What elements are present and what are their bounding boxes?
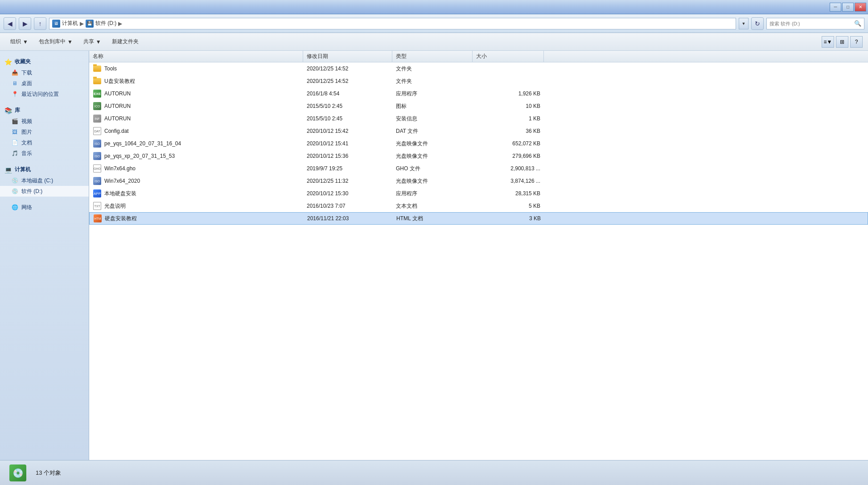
file-name: 光盘说明 xyxy=(104,202,126,210)
view-button[interactable]: ≡ ▼ xyxy=(822,36,834,48)
address-path[interactable]: 🖥 计算机 ▶ 💾 软件 (D:) ▶ xyxy=(49,18,736,29)
music-label: 音乐 xyxy=(21,150,32,157)
organize-button[interactable]: 组织 ▼ xyxy=(5,35,33,49)
address-dropdown[interactable]: ▼ xyxy=(739,18,749,29)
maximize-button[interactable]: □ xyxy=(842,3,854,12)
new-folder-button[interactable]: 新建文件夹 xyxy=(107,35,144,49)
view-icon: ≡ xyxy=(824,39,827,45)
file-date-cell: 2020/10/12 15:41 xyxy=(303,140,392,147)
ico-icon: ICO xyxy=(93,102,102,111)
layout-button[interactable]: ⊞ xyxy=(836,36,848,48)
organize-arrow: ▼ xyxy=(23,39,28,45)
sidebar-item-network[interactable]: 🌐 网络 xyxy=(0,202,89,213)
favorites-header[interactable]: ⭐ 收藏夹 xyxy=(0,56,89,67)
video-label: 视频 xyxy=(21,118,32,125)
window-controls: ─ □ ✕ xyxy=(830,3,866,12)
file-area: 名称 修改日期 类型 大小 Tools 2020/12/25 14:52 文件夹… xyxy=(89,51,868,460)
file-size-cell: 10 KB xyxy=(473,103,544,109)
table-row[interactable]: EXE AUTORUN 2016/1/8 4:54 应用程序 1,926 KB xyxy=(89,87,868,100)
search-icon[interactable]: 🔍 xyxy=(854,20,861,27)
table-row[interactable]: GHO Win7x64.gho 2019/9/7 19:25 GHO 文件 2,… xyxy=(89,162,868,175)
file-name: AUTORUN xyxy=(104,103,131,109)
table-row[interactable]: ISO Win7x64_2020 2020/12/25 11:32 光盘映像文件… xyxy=(89,175,868,187)
favorites-star-icon: ⭐ xyxy=(4,58,12,66)
search-input[interactable] xyxy=(769,21,852,26)
file-size-cell: 652,072 KB xyxy=(473,140,544,147)
sidebar-item-doc[interactable]: 📄 文档 xyxy=(0,137,89,148)
path-sep-2: ▶ xyxy=(118,21,122,27)
music-icon: 🎵 xyxy=(11,149,19,157)
app-icon: APP xyxy=(93,189,102,198)
computer-section: 💻 计算机 💿 本地磁盘 (C:) 💿 软件 (D:) xyxy=(0,162,89,198)
file-name-cell: Tools xyxy=(89,64,303,73)
col-header-date[interactable]: 修改日期 xyxy=(303,51,392,62)
file-date-cell: 2020/10/12 15:30 xyxy=(303,190,392,197)
file-date-cell: 2016/10/23 7:07 xyxy=(303,203,392,209)
gho-icon: GHO xyxy=(93,164,102,173)
minimize-button[interactable]: ─ xyxy=(830,3,841,12)
search-box[interactable]: 🔍 xyxy=(766,18,864,29)
file-type-cell: 光盘映像文件 xyxy=(392,140,473,148)
file-size-cell: 28,315 KB xyxy=(473,190,544,197)
view-arrow: ▼ xyxy=(827,39,832,45)
file-date-cell: 2019/9/7 19:25 xyxy=(303,165,392,172)
table-row[interactable]: DAT Config.dat 2020/10/12 15:42 DAT 文件 3… xyxy=(89,125,868,137)
library-header[interactable]: 📚 库 xyxy=(0,105,89,116)
video-icon: 🎬 xyxy=(11,117,19,125)
file-type-cell: 图标 xyxy=(392,103,473,110)
sidebar-item-download[interactable]: 📥 下载 xyxy=(0,67,89,78)
table-row[interactable]: INF AUTORUN 2015/5/10 2:45 安装信息 1 KB xyxy=(89,112,868,125)
sidebar-item-disk-c[interactable]: 💿 本地磁盘 (C:) xyxy=(0,175,89,186)
path-sep-1: ▶ xyxy=(80,21,84,27)
computer-header[interactable]: 💻 计算机 xyxy=(0,164,89,175)
file-name: pe_yqs_xp_20_07_31_15_53 xyxy=(104,153,175,159)
sidebar-item-image[interactable]: 🖼 图片 xyxy=(0,127,89,137)
favorites-label: 收藏夹 xyxy=(15,58,31,66)
share-label: 共享 xyxy=(83,38,94,45)
share-button[interactable]: 共享 ▼ xyxy=(78,35,106,49)
sidebar-item-video[interactable]: 🎬 视频 xyxy=(0,116,89,127)
sidebar-item-desktop[interactable]: 🖥 桌面 xyxy=(0,78,89,89)
col-header-type[interactable]: 类型 xyxy=(392,51,473,62)
file-type-cell: GHO 文件 xyxy=(392,165,473,173)
help-button[interactable]: ? xyxy=(850,36,863,48)
table-row[interactable]: ICO AUTORUN 2015/5/10 2:45 图标 10 KB xyxy=(89,100,868,112)
sidebar-item-disk-d[interactable]: 💿 软件 (D:) xyxy=(0,186,89,197)
table-row[interactable]: Tools 2020/12/25 14:52 文件夹 xyxy=(89,62,868,75)
forward-button[interactable]: ▶ xyxy=(19,17,31,30)
network-icon: 🌐 xyxy=(11,203,19,211)
desktop-label: 桌面 xyxy=(21,80,32,87)
table-row[interactable]: ISO pe_yqs_1064_20_07_31_16_04 2020/10/1… xyxy=(89,137,868,150)
include-library-button[interactable]: 包含到库中 ▼ xyxy=(34,35,78,49)
table-row[interactable]: APP 本地硬盘安装 2020/10/12 15:30 应用程序 28,315 … xyxy=(89,187,868,200)
status-icon: 💿 xyxy=(7,462,29,484)
file-name-cell: DAT Config.dat xyxy=(89,127,303,136)
iso-icon: ISO xyxy=(93,139,102,148)
table-row[interactable]: U盘安装教程 2020/12/25 14:52 文件夹 xyxy=(89,75,868,87)
file-name: AUTORUN xyxy=(104,115,131,122)
file-date-cell: 2016/1/8 4:54 xyxy=(303,90,392,97)
file-type-cell: 安装信息 xyxy=(392,115,473,123)
file-type-cell: 应用程序 xyxy=(392,190,473,197)
download-icon: 📥 xyxy=(11,69,19,77)
library-icon: 📚 xyxy=(4,107,12,114)
sidebar-item-music[interactable]: 🎵 音乐 xyxy=(0,148,89,159)
sidebar-item-recent[interactable]: 📍 最近访问的位置 xyxy=(0,89,89,99)
include-arrow: ▼ xyxy=(67,39,73,45)
disk-c-label: 本地磁盘 (C:) xyxy=(21,177,53,185)
file-name-cell: EXE AUTORUN xyxy=(89,89,303,98)
file-size-cell: 1 KB xyxy=(473,115,544,122)
image-icon: 🖼 xyxy=(11,128,19,136)
image-label: 图片 xyxy=(21,128,32,136)
file-list[interactable]: Tools 2020/12/25 14:52 文件夹 U盘安装教程 2020/1… xyxy=(89,62,868,460)
up-button[interactable]: ↑ xyxy=(34,17,46,30)
col-header-size[interactable]: 大小 xyxy=(473,51,544,62)
col-header-name[interactable]: 名称 xyxy=(89,51,303,62)
table-row[interactable]: HTM 硬盘安装教程 2016/11/21 22:03 HTML 文档 3 KB xyxy=(89,212,868,225)
table-row[interactable]: TXT 光盘说明 2016/10/23 7:07 文本文档 5 KB xyxy=(89,200,868,212)
refresh-button[interactable]: ↻ xyxy=(751,17,764,30)
table-row[interactable]: ISO pe_yqs_xp_20_07_31_15_53 2020/10/12 … xyxy=(89,150,868,162)
close-button[interactable]: ✕ xyxy=(855,3,866,12)
back-button[interactable]: ◀ xyxy=(4,17,16,30)
file-name-cell: ICO AUTORUN xyxy=(89,102,303,111)
